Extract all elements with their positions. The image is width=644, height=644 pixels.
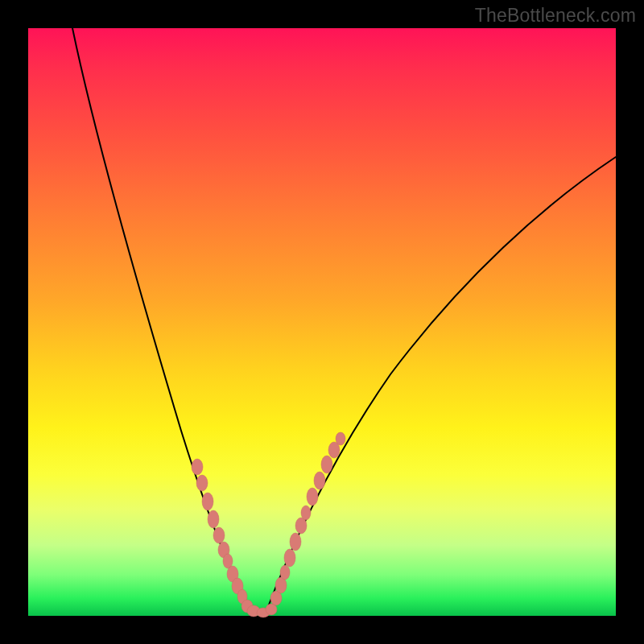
right-curve <box>266 157 616 611</box>
watermark-text: TheBottleneck.com <box>475 5 636 27</box>
curve-layer <box>28 28 616 616</box>
svg-point-20 <box>301 506 311 520</box>
chart-frame: TheBottleneck.com <box>0 0 644 644</box>
svg-point-25 <box>336 432 345 445</box>
left-curve <box>72 28 250 611</box>
svg-point-17 <box>284 549 295 567</box>
svg-point-22 <box>314 472 325 489</box>
vertex-bead-cluster <box>247 604 277 617</box>
left-bead-cluster <box>192 459 253 613</box>
svg-point-1 <box>196 475 208 491</box>
svg-point-23 <box>321 456 332 473</box>
svg-point-18 <box>290 533 301 551</box>
plot-area <box>28 28 616 616</box>
svg-point-0 <box>192 459 203 475</box>
svg-point-21 <box>307 488 318 506</box>
svg-point-2 <box>202 493 213 510</box>
svg-point-4 <box>213 527 225 543</box>
right-bead-cluster <box>270 432 345 605</box>
svg-point-16 <box>280 565 290 580</box>
svg-point-3 <box>208 510 219 528</box>
